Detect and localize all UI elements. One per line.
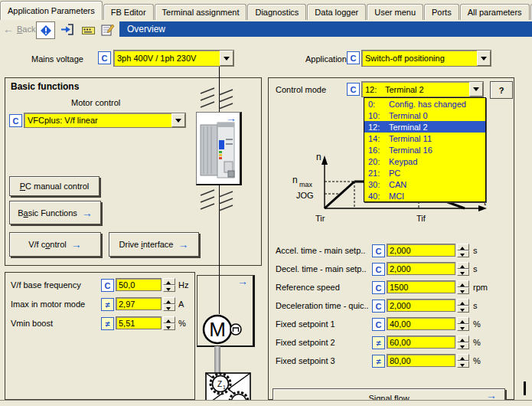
param-unit: s (473, 301, 478, 310)
properties-button[interactable] (99, 21, 116, 38)
application-window: Application Parameters FB Editor Termina… (0, 0, 532, 406)
c-flag-icon[interactable] (9, 114, 22, 127)
decel-time-input[interactable] (387, 262, 455, 275)
dropdown-option[interactable]: 21:PC (364, 167, 485, 178)
c-flag-icon[interactable] (347, 83, 360, 96)
application-value: Switch-off positioning (362, 51, 477, 66)
control-mode-combobox[interactable]: 12: Terminal 2 (361, 81, 484, 97)
tab-ports[interactable]: Ports (424, 4, 459, 20)
dropdown-option[interactable]: 20:Keypad (364, 156, 485, 167)
dropdown-arrow-icon[interactable] (469, 82, 483, 97)
arrow-icon: → (71, 241, 82, 248)
param-unit: s (473, 264, 478, 273)
button-label: Basic Functions (18, 208, 77, 218)
vf-base-frequency-input[interactable] (116, 278, 162, 291)
dropdown-option[interactable]: 30:CAN (364, 178, 485, 190)
svg-text:M: M (209, 318, 226, 341)
arrow-icon[interactable]: → (226, 114, 237, 122)
keypad-button[interactable] (80, 21, 97, 38)
tab-fb-editor[interactable]: FB Editor (103, 4, 154, 20)
param-unit: A (178, 300, 184, 309)
inhibit-flag-icon[interactable] (101, 317, 114, 330)
dropdown-option[interactable]: 40:MCI (364, 190, 485, 201)
application-combobox[interactable]: Switch-off positioning (361, 50, 491, 67)
dropdown-option[interactable]: 16:Terminal 16 (364, 144, 485, 156)
fixed-setpoint-2-input[interactable] (387, 336, 455, 349)
c-flag-icon[interactable] (372, 263, 385, 276)
inhibit-flag-icon[interactable] (372, 336, 385, 349)
svg-text:Tif: Tif (416, 214, 426, 223)
inverter-image-frame[interactable]: → (196, 112, 242, 185)
motor-control-label: Motor control (71, 98, 120, 107)
spinner[interactable] (163, 278, 175, 292)
arrow-icon[interactable]: → (237, 277, 248, 285)
dropdown-option-selected[interactable]: 12:Terminal 2 (364, 121, 485, 133)
dropdown-option[interactable]: 14:Terminal 11 (364, 133, 485, 144)
drive-interface-button[interactable]: Drive interface → (109, 232, 199, 257)
param-label: Reference speed (276, 283, 340, 292)
tab-user-menu[interactable]: User menu (367, 4, 423, 20)
dropdown-arrow-icon[interactable] (220, 51, 233, 66)
spinner[interactable] (457, 280, 469, 294)
dropdown-option[interactable]: 10:Terminal 0 (364, 110, 485, 121)
param-label: Decel. time - main setp.. (276, 264, 367, 273)
c-flag-icon[interactable] (372, 300, 385, 313)
tab-all-parameters[interactable]: All parameters (460, 4, 530, 20)
inhibit-flag-icon[interactable] (101, 298, 114, 311)
back-label: Back (17, 25, 35, 34)
spinner[interactable] (457, 336, 469, 349)
three-phase-symbol (199, 186, 237, 214)
param-label: Fixed setpoint 2 (276, 338, 335, 347)
vmin-boost-input[interactable] (116, 316, 162, 329)
motor-control-combobox[interactable]: VFCplus: V/f linear (24, 113, 186, 128)
tab-diagnostics[interactable]: Diagnostics (247, 4, 306, 20)
spinner[interactable] (457, 354, 469, 368)
help-button[interactable]: ? (490, 81, 513, 99)
c-flag-icon[interactable] (101, 279, 114, 292)
button-label: V/f control (28, 240, 67, 249)
c-flag-icon[interactable] (98, 51, 111, 64)
param-unit: % (473, 356, 481, 365)
c-flag-icon[interactable] (372, 244, 385, 257)
c-flag-icon[interactable] (372, 318, 385, 331)
control-mode-dropdown-list: 0:Config. has changed 10:Terminal 0 12:T… (364, 97, 486, 202)
motor-symbol: M (201, 312, 246, 349)
reference-speed-input[interactable] (387, 280, 455, 293)
imax-motor-mode-input[interactable] (116, 297, 162, 310)
spinner[interactable] (457, 317, 469, 331)
dropdown-arrow-icon[interactable] (171, 113, 185, 127)
application-label: Application (305, 54, 347, 64)
signal-entry-button[interactable] (58, 21, 76, 38)
c-flag-icon[interactable] (347, 51, 360, 64)
tab-terminal-assignment[interactable]: Terminal assignment (155, 4, 247, 20)
svg-text:1: 1 (223, 385, 226, 390)
pc-manual-control-button[interactable]: PC manual control (9, 176, 100, 196)
inhibit-flag-icon[interactable] (372, 355, 385, 368)
dropdown-arrow-icon[interactable] (477, 51, 491, 66)
keypad-icon (82, 25, 95, 34)
back-button[interactable]: ← Back (3, 23, 35, 35)
mains-voltage-combobox[interactable]: 3ph 400V / 1ph 230V (113, 50, 234, 67)
spinner[interactable] (457, 262, 469, 276)
vf-control-button[interactable]: V/f control → (9, 232, 101, 257)
spinner[interactable] (163, 316, 175, 330)
svg-text:Z: Z (217, 380, 222, 388)
dropdown-option[interactable]: 0:Config. has changed (364, 98, 485, 110)
mains-voltage-label: Mains voltage (31, 54, 83, 64)
basic-functions-button[interactable]: Basic Functions → (9, 201, 101, 224)
quick-stop-decel-input[interactable] (387, 299, 455, 312)
control-mode-value: 12: Terminal 2 (362, 82, 469, 97)
button-label: PC manual control (20, 182, 90, 191)
accel-time-input[interactable] (387, 244, 455, 257)
param-label: Vmin boost (11, 319, 53, 328)
c-flag-icon[interactable] (372, 281, 385, 294)
navigate-button[interactable] (36, 21, 55, 39)
spinner[interactable] (163, 297, 175, 311)
tab-data-logger[interactable]: Data logger (307, 4, 366, 20)
fixed-setpoint-3-input[interactable] (387, 354, 455, 367)
spinner[interactable] (457, 244, 469, 257)
fixed-setpoint-1-input[interactable] (387, 317, 455, 330)
svg-text:n: n (316, 152, 321, 162)
tab-application-parameters[interactable]: Application Parameters (0, 1, 103, 20)
spinner[interactable] (457, 299, 469, 313)
